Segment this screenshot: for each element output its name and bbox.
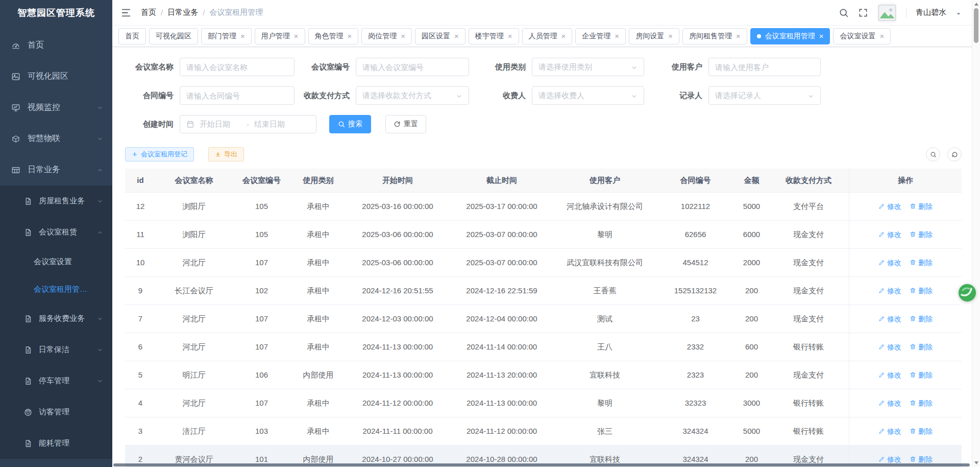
- close-icon[interactable]: ×: [240, 32, 245, 40]
- use-customer-input-field[interactable]: [715, 63, 814, 72]
- tab-park-settings[interactable]: 园区设置×: [415, 28, 465, 44]
- search-icon[interactable]: [839, 8, 849, 18]
- caret-down-icon[interactable]: [955, 10, 962, 16]
- cell-end-time: 2024-11-14 00:00:00: [450, 333, 554, 361]
- edit-button[interactable]: 修改: [878, 370, 901, 380]
- register-rental-button[interactable]: 会议室租用登记: [125, 147, 194, 161]
- close-icon[interactable]: ×: [736, 32, 741, 40]
- reset-button[interactable]: 重置: [385, 115, 426, 133]
- sidebar-item-service-fee[interactable]: 服务收费业务: [0, 303, 112, 334]
- create-time-range-input[interactable]: 开始日期 - 结束日期: [180, 115, 316, 133]
- fee-collector-select[interactable]: 请选择收费人: [532, 86, 644, 105]
- meeting-room-code-input-field[interactable]: [362, 63, 462, 72]
- sidebar-item-visitor[interactable]: 访客管理: [0, 396, 112, 428]
- tab-personnel-mgmt[interactable]: 人员管理×: [522, 28, 573, 44]
- delete-button[interactable]: 删除: [910, 258, 933, 268]
- delete-button[interactable]: 删除: [910, 370, 933, 380]
- hamburger-icon[interactable]: [120, 7, 132, 18]
- tab-post-mgmt[interactable]: 岗位管理×: [361, 28, 412, 44]
- use-customer-input[interactable]: [708, 58, 821, 76]
- sidebar-item-meeting-room-rental-management[interactable]: 会议室租用管…: [0, 275, 112, 303]
- delete-button[interactable]: 删除: [910, 286, 933, 296]
- horizontal-scrollbar-thumb[interactable]: [113, 463, 970, 466]
- edit-button[interactable]: 修改: [878, 230, 901, 240]
- edit-button[interactable]: 修改: [878, 342, 901, 352]
- sidebar-item-parking[interactable]: 停车管理: [0, 365, 112, 396]
- sidebar-item-video-monitor[interactable]: 视频监控: [0, 92, 112, 123]
- horizontal-scrollbar[interactable]: [112, 463, 972, 467]
- table-search-toggle-button[interactable]: [926, 147, 940, 161]
- sidebar-item-smart-iot[interactable]: 智慧物联: [0, 123, 112, 154]
- close-icon[interactable]: ×: [879, 32, 884, 40]
- delete-button[interactable]: 删除: [910, 342, 933, 352]
- meeting-room-name-input-field[interactable]: [186, 63, 288, 72]
- vertical-scrollbar-thumb[interactable]: [974, 8, 978, 43]
- edit-button[interactable]: 修改: [878, 286, 901, 296]
- breadcrumb-daily-business[interactable]: 日常业务: [167, 8, 198, 17]
- close-icon[interactable]: ×: [561, 32, 566, 40]
- cell-start-time: 2024-11-11 00:00:00: [346, 417, 450, 445]
- edit-button[interactable]: 修改: [878, 258, 901, 268]
- delete-button[interactable]: 删除: [910, 427, 933, 436]
- sidebar-item-energy[interactable]: 能耗管理: [0, 428, 112, 459]
- edit-button[interactable]: 修改: [878, 399, 901, 408]
- close-icon[interactable]: ×: [454, 32, 459, 40]
- tab-dept-mgmt[interactable]: 部门管理×: [201, 28, 252, 44]
- tab-label: 角色管理: [315, 32, 344, 41]
- breadcrumb-home[interactable]: 首页: [141, 8, 156, 17]
- close-icon[interactable]: ×: [668, 32, 673, 40]
- delete-button[interactable]: 删除: [910, 202, 933, 212]
- close-icon[interactable]: ×: [348, 32, 352, 40]
- tab-meeting-room-settings[interactable]: 会议室设置×: [833, 28, 891, 44]
- export-button[interactable]: 导出: [208, 147, 244, 161]
- recorder-select[interactable]: 请选择记录人: [708, 86, 821, 105]
- tab-home[interactable]: 首页: [118, 28, 146, 44]
- use-type-select[interactable]: 请选择使用类别: [532, 58, 644, 76]
- user-avatar[interactable]: [877, 3, 897, 22]
- sidebar-item-daily-cleaning[interactable]: 日常保洁: [0, 334, 112, 365]
- contract-no-input-field[interactable]: [186, 91, 288, 100]
- sidebar-item-meeting-room-rental[interactable]: 会议室租赁: [0, 217, 112, 248]
- close-icon[interactable]: ×: [615, 32, 619, 40]
- tab-user-mgmt[interactable]: 用户管理×: [255, 28, 305, 44]
- edit-button[interactable]: 修改: [878, 314, 901, 324]
- tab-meeting-room-rental-mgmt[interactable]: 会议室租用管理×: [750, 28, 830, 44]
- search-button[interactable]: 搜索: [329, 115, 371, 133]
- tab-enterprise-mgmt[interactable]: 企业管理×: [575, 28, 626, 44]
- vertical-scrollbar[interactable]: [972, 0, 980, 467]
- delete-button[interactable]: 删除: [910, 314, 933, 324]
- delete-button[interactable]: 删除: [910, 230, 933, 240]
- meeting-room-code-input[interactable]: [356, 58, 469, 76]
- app-title: 智慧园区管理系统: [0, 0, 112, 26]
- sidebar-item-home[interactable]: 首页: [0, 30, 112, 61]
- floating-assistant-button[interactable]: [958, 283, 977, 302]
- tab-label: 企业管理: [582, 32, 610, 41]
- close-icon[interactable]: ×: [401, 32, 405, 40]
- edit-button[interactable]: 修改: [878, 202, 901, 212]
- username[interactable]: 青山碧水: [916, 8, 946, 17]
- table-refresh-button[interactable]: [947, 147, 962, 161]
- field-label: 会议室名称: [125, 62, 180, 72]
- edit-button[interactable]: 修改: [878, 427, 901, 436]
- fullscreen-icon[interactable]: [858, 8, 868, 18]
- payment-method-select[interactable]: 请选择收款支付方式: [356, 86, 469, 105]
- breadcrumb-separator: /: [203, 8, 205, 17]
- sidebar-item-house-rental[interactable]: 房屋租售业务: [0, 185, 112, 217]
- tab-building-mgmt[interactable]: 楼宇管理×: [469, 28, 519, 44]
- tab-role-mgmt[interactable]: 角色管理×: [308, 28, 359, 44]
- tab-label: 岗位管理: [368, 32, 397, 41]
- close-icon[interactable]: ×: [294, 32, 299, 40]
- sidebar-item-visual-park[interactable]: 可视化园区: [0, 61, 112, 92]
- meeting-room-name-input[interactable]: [180, 58, 295, 76]
- tab-room-rental-mgmt[interactable]: 房间租售管理×: [682, 28, 747, 44]
- delete-button[interactable]: 删除: [910, 399, 933, 408]
- close-icon[interactable]: ×: [819, 32, 824, 40]
- close-icon[interactable]: ×: [508, 32, 512, 40]
- sidebar-item-meeting-room-settings[interactable]: 会议室设置: [0, 248, 112, 275]
- scrollbar-down-arrow-icon[interactable]: [974, 461, 978, 464]
- scrollbar-up-arrow-icon[interactable]: [974, 3, 978, 6]
- tab-room-settings[interactable]: 房间设置×: [629, 28, 679, 44]
- contract-no-input[interactable]: [180, 86, 295, 105]
- sidebar-item-daily-business[interactable]: 日常业务: [0, 154, 112, 185]
- tab-visual-park[interactable]: 可视化园区: [149, 28, 198, 44]
